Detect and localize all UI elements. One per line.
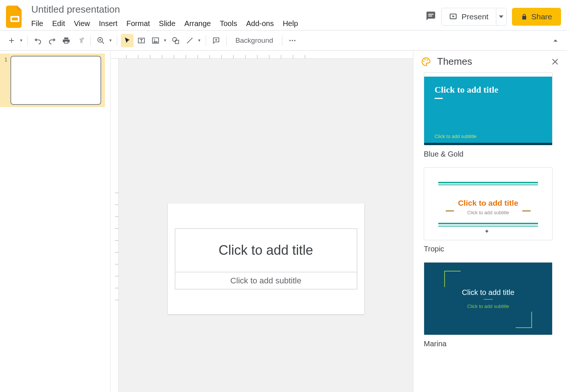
slides-logo-icon[interactable] (6, 6, 24, 28)
svg-point-12 (289, 40, 291, 41)
svg-point-10 (172, 37, 176, 41)
undo-button[interactable] (32, 34, 44, 47)
menu-file[interactable]: File (31, 18, 48, 29)
menu-slide[interactable]: Slide (154, 18, 180, 29)
zoom-dropdown[interactable]: ▼ (108, 38, 113, 42)
present-icon (449, 13, 457, 21)
image-dropdown[interactable]: ▼ (163, 38, 168, 42)
slide-canvas-area: Click to add title Click to add subtitle (110, 51, 413, 392)
themes-header: Themes (413, 51, 567, 73)
comment-button[interactable] (210, 34, 222, 47)
svg-point-16 (425, 59, 426, 60)
present-button[interactable]: Present (442, 8, 496, 25)
present-button-group: Present (441, 8, 507, 26)
theme-tropic[interactable]: Click to add title Click to add subtitle… (424, 167, 557, 253)
image-tool[interactable] (149, 34, 162, 47)
textbox-tool[interactable] (135, 34, 148, 47)
chevron-down-icon (499, 15, 503, 19)
more-options-button[interactable] (286, 34, 299, 47)
themes-panel: Themes Click to add title Click to add s… (413, 51, 567, 392)
horizontal-ruler[interactable] (110, 51, 413, 59)
vertical-ruler[interactable] (110, 59, 119, 392)
collapse-toolbar-button[interactable] (549, 34, 562, 47)
svg-point-17 (427, 59, 428, 61)
menu-view[interactable]: View (70, 18, 94, 29)
app-header: Untitled presentation File Edit View Ins… (0, 0, 567, 30)
print-button[interactable] (60, 34, 73, 47)
toolbar: ▼ ▼ ▼ ▼ Background (0, 30, 567, 51)
menu-bar: File Edit View Insert Format Slide Arran… (31, 18, 426, 29)
new-slide-dropdown[interactable]: ▼ (19, 38, 24, 42)
cursor-icon: ⌖ (485, 228, 488, 235)
theme-preview-title: Click to add title (462, 288, 514, 297)
slide-number: 1 (1, 56, 10, 105)
themes-list[interactable]: Click to add title Click to add subtitle… (413, 73, 567, 392)
svg-point-13 (292, 40, 293, 41)
main-area: 1 Click to add title Click to add subtit… (0, 51, 567, 392)
present-dropdown[interactable] (496, 8, 506, 25)
theme-preview-subtitle: Click to add subtitle (467, 210, 509, 215)
svg-rect-2 (428, 14, 433, 15)
theme-marina[interactable]: Click to add title Click to add subtitle… (424, 262, 557, 348)
svg-rect-3 (428, 15, 432, 16)
present-label: Present (462, 12, 488, 21)
svg-point-15 (423, 61, 425, 62)
menu-format[interactable]: Format (122, 18, 154, 29)
share-button[interactable]: Share (512, 8, 561, 26)
theme-preview-title: Click to add title (458, 199, 518, 208)
theme-name: Blue & Gold (424, 150, 557, 158)
subtitle-placeholder[interactable]: Click to add subtitle (175, 272, 357, 289)
paint-format-button[interactable] (74, 34, 87, 47)
menu-edit[interactable]: Edit (48, 18, 69, 29)
share-label: Share (531, 12, 552, 21)
svg-rect-1 (12, 17, 18, 20)
menu-arrange[interactable]: Arrange (180, 18, 215, 29)
shape-tool[interactable] (169, 34, 182, 47)
select-tool[interactable] (121, 34, 134, 47)
active-slide[interactable]: Click to add title Click to add subtitle (168, 203, 364, 314)
svg-rect-11 (175, 40, 179, 44)
menu-insert[interactable]: Insert (94, 18, 122, 29)
close-icon[interactable] (551, 57, 560, 66)
theme-blue-and-gold[interactable]: Click to add title Click to add subtitle… (424, 73, 557, 158)
document-title[interactable]: Untitled presentation (31, 4, 426, 15)
comments-icon[interactable] (426, 11, 436, 23)
menu-addons[interactable]: Add-ons (241, 18, 278, 29)
new-slide-button[interactable] (5, 34, 18, 47)
slide-thumbnail (10, 56, 101, 105)
slide-thumbnail-selected[interactable]: 1 (0, 54, 105, 107)
lock-icon (521, 13, 528, 20)
redo-button[interactable] (46, 34, 58, 47)
slide-navigator: 1 (0, 51, 110, 392)
theme-preview-title: Click to add title (435, 85, 542, 95)
theme-name: Tropic (424, 245, 557, 253)
svg-rect-5 (65, 41, 67, 43)
zoom-button[interactable] (94, 34, 107, 47)
svg-point-9 (154, 39, 155, 40)
menu-tools[interactable]: Tools (215, 18, 242, 29)
svg-point-14 (294, 40, 296, 41)
theme-preview-subtitle: Click to add subtitle (435, 134, 542, 139)
line-dropdown[interactable]: ▼ (197, 38, 202, 42)
background-button[interactable]: Background (230, 34, 278, 47)
themes-heading: Themes (437, 56, 545, 67)
menu-help[interactable]: Help (278, 18, 302, 29)
theme-name: Marina (424, 340, 557, 348)
line-tool[interactable] (183, 34, 196, 47)
title-placeholder[interactable]: Click to add title (175, 228, 357, 272)
theme-preview-subtitle: Click to add subtitle (467, 303, 509, 309)
palette-icon (421, 57, 431, 67)
